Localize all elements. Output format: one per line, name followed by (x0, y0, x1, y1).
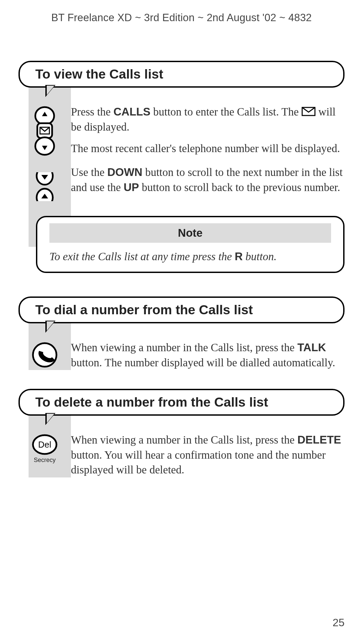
step-text-2: The most recent caller's telephone numbe… (71, 141, 343, 156)
talk-phone-icon (31, 341, 58, 368)
step-text: When viewing a number in the Calls list,… (71, 340, 345, 370)
bold-fragment: CALLS (114, 105, 151, 118)
bold-fragment: R (235, 250, 243, 263)
envelope-icon (301, 107, 316, 116)
text-fragment: Use the (71, 166, 107, 178)
note-box: Note To exit the Calls list at any time … (36, 216, 345, 273)
text-fragment: To exit the Calls list at any time press… (49, 250, 235, 263)
text-fragment: Press the (71, 106, 114, 118)
svg-rect-11 (37, 201, 53, 207)
step-text: Press the CALLS button to enter the Call… (71, 104, 345, 156)
section-title-pill: To dial a number from the Calls list (18, 296, 345, 323)
del-label: Del (38, 440, 51, 450)
section-title-pill: To delete a number from the Calls list (18, 389, 345, 416)
section-title: To dial a number from the Calls list (35, 303, 253, 317)
bold-fragment: DOWN (107, 166, 142, 178)
bold-fragment: DELETE (297, 433, 341, 446)
section-title-pill: To view the Calls list (18, 61, 345, 88)
step-row: When viewing a number in the Calls list,… (18, 340, 345, 370)
note-text: To exit the Calls list at any time press… (49, 250, 331, 263)
icon-col: Del Secrecy (18, 432, 71, 464)
section-delete: To delete a number from the Calls list D… (18, 389, 345, 477)
text-fragment: When viewing a number in the Calls list,… (71, 341, 297, 354)
section-title: To delete a number from the Calls list (35, 395, 268, 410)
section-dial: To dial a number from the Calls list Whe… (18, 296, 345, 370)
text-fragment: button to scroll back to the previous nu… (139, 181, 340, 193)
up-button-icon (35, 188, 54, 207)
text-fragment: button. You will hear a confirmation ton… (71, 449, 326, 476)
step-row: Del Secrecy When viewing a number in the… (18, 432, 345, 477)
step-text: When viewing a number in the Calls list,… (71, 432, 345, 477)
bold-fragment: TALK (297, 341, 326, 354)
secrecy-label: Secrecy (34, 457, 55, 464)
page-number: 25 (332, 616, 345, 629)
down-button-icon (35, 166, 54, 186)
svg-rect-8 (37, 166, 53, 172)
text-fragment: button. The number displayed will be dia… (71, 357, 335, 369)
icon-col (18, 165, 71, 207)
manual-page: BT Freelance XD ~ 3rd Edition ~ 2nd Augu… (0, 0, 363, 644)
step-row: Use the DOWN button to scroll to the nex… (18, 165, 345, 207)
svg-point-13 (33, 343, 56, 367)
step-text: Use the DOWN button to scroll to the nex… (71, 165, 345, 195)
section-body: Del Secrecy When viewing a number in the… (18, 416, 345, 477)
title-tab-icon (45, 321, 55, 333)
title-tab-icon (45, 85, 55, 97)
text-fragment: When viewing a number in the Calls list,… (71, 434, 297, 446)
note-wrap: Note To exit the Calls list at any time … (36, 216, 345, 273)
text-fragment: button to enter the Calls list. The (151, 106, 301, 118)
text-fragment: button. (243, 250, 277, 263)
icon-col (18, 104, 71, 156)
note-title: Note (49, 223, 331, 243)
delete-button-icon: Del (31, 434, 58, 455)
icon-col (18, 340, 71, 368)
step-row: Press the CALLS button to enter the Call… (18, 104, 345, 156)
section-title: To view the Calls list (35, 67, 163, 82)
page-header: BT Freelance XD ~ 3rd Edition ~ 2nd Augu… (18, 12, 345, 24)
calls-rocker-icon (33, 106, 57, 156)
section-view-calls: To view the Calls list (18, 61, 345, 273)
section-body: When viewing a number in the Calls list,… (18, 323, 345, 370)
section-body: Press the CALLS button to enter the Call… (18, 88, 345, 273)
title-tab-icon (45, 413, 55, 425)
bold-fragment: UP (124, 181, 139, 193)
